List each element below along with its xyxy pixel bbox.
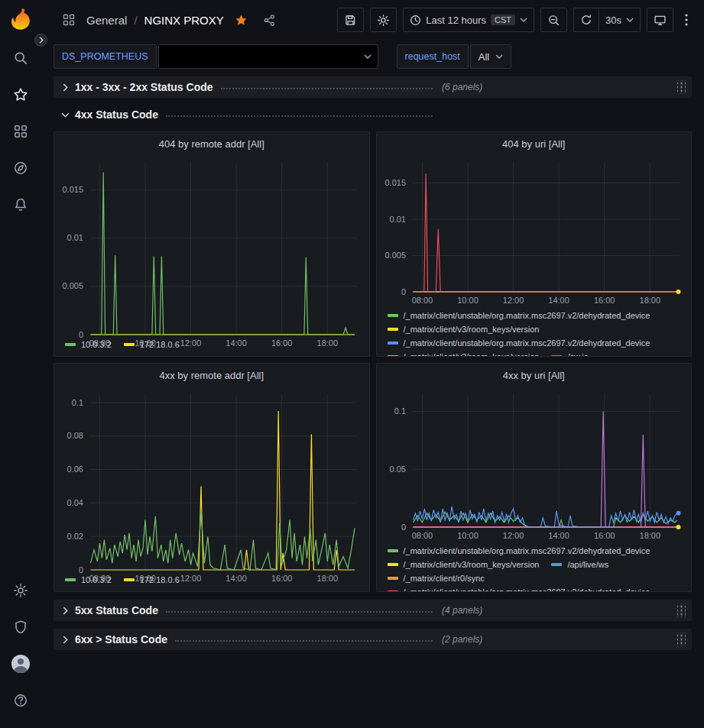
chevron-right-icon [39, 37, 44, 44]
row-drag-handle[interactable] [677, 603, 686, 617]
legend-label: /_matrix/client/unstable/org.matrix.msc2… [404, 544, 650, 558]
svg-text:14:00: 14:00 [548, 296, 569, 305]
row-panel-count: (4 panels) [442, 605, 482, 616]
more-options-button[interactable] [680, 8, 693, 32]
variable-value-ds-prometheus[interactable] [158, 44, 378, 69]
sidebar-item-profile[interactable] [5, 645, 36, 682]
chart-legend: 10.0.3.2172.18.0.6 [54, 571, 369, 591]
legend-item[interactable]: 172.18.0.6 [124, 338, 180, 351]
legend-item[interactable]: /api/live/ws [551, 558, 608, 571]
svg-text:0.01: 0.01 [389, 215, 405, 224]
dashboard-title[interactable]: NGINX PROXY [144, 14, 224, 27]
star-filled-icon [235, 14, 248, 27]
legend-label: /_matrix/client/unstable/org.matrix.msc2… [404, 336, 650, 350]
legend-swatch [388, 590, 398, 591]
legend-item[interactable]: 10.0.3.2 [65, 573, 112, 587]
sidebar-item-search[interactable] [5, 40, 36, 76]
legend-item[interactable]: /_matrix/client/unstable/org.matrix.msc2… [388, 585, 650, 591]
legend-item[interactable]: /_matrix/client/r0/sync [388, 571, 485, 585]
sidebar-item-explore[interactable] [5, 150, 36, 186]
timeseries-chart[interactable]: 00.0050.010.01508:0010:0012:0014:0016:00… [54, 155, 369, 336]
legend-item[interactable]: /_matrix/client/unstable/org.matrix.msc2… [388, 336, 650, 350]
svg-text:18:00: 18:00 [639, 296, 660, 305]
gear-icon [13, 583, 28, 598]
row-title: 5xx Status Code [75, 604, 158, 616]
legend-swatch [65, 578, 76, 581]
time-range-picker[interactable]: Last 12 hours CST [403, 8, 534, 32]
row-drag-handle[interactable] [677, 80, 686, 94]
dashboard-settings-button[interactable] [370, 8, 397, 32]
panel-4xx-by-remote-addr: 4xx by remote addr [All] 00.020.040.060.… [54, 363, 370, 592]
chevron-down-icon [60, 112, 70, 118]
panel-title-text: 4xx by uri [All] [503, 370, 565, 381]
svg-text:0.1: 0.1 [72, 398, 83, 407]
svg-text:08:00: 08:00 [411, 296, 433, 305]
legend-item[interactable]: 10.0.3.2 [65, 338, 112, 351]
legend-label: 172.18.0.6 [140, 338, 180, 351]
refresh-button[interactable] [573, 8, 599, 32]
dashboard-row-1xx-3xx-2xx[interactable]: 1xx - 3xx - 2xx Status Code (6 panels) [54, 76, 692, 98]
panel-header[interactable]: 404 by remote addr [All] [54, 132, 369, 155]
timeseries-chart[interactable]: 00.050.108:0010:0012:0014:0016:0018:00 [377, 387, 692, 542]
panel-header[interactable]: 404 by uri [All] [377, 132, 692, 155]
chevron-right-icon [60, 636, 70, 644]
refresh-icon [580, 14, 592, 26]
svg-text:0.02: 0.02 [67, 532, 83, 541]
chevron-right-icon [60, 83, 70, 92]
panel-row-bottom: 4xx by remote addr [All] 00.020.040.060.… [54, 363, 692, 592]
grafana-logo[interactable] [9, 8, 32, 31]
variable-label-request-host[interactable]: request_host [397, 44, 469, 69]
row-title: 4xx Status Code [75, 108, 158, 121]
svg-text:18:00: 18:00 [639, 531, 660, 540]
kebab-icon [685, 14, 688, 26]
svg-text:14:00: 14:00 [548, 531, 569, 540]
legend-item[interactable]: /_matrix/client/unstable/org.matrix.msc2… [388, 309, 650, 322]
legend-label: /_matrix/client/v3/room_keys/version [404, 322, 540, 336]
dashboard-row-4xx[interactable]: 4xx Status Code [54, 104, 692, 125]
legend-item[interactable]: /_matrix/client/v3/room_keys/version [388, 322, 540, 336]
zoom-out-time-button[interactable] [540, 8, 567, 32]
legend-swatch [388, 549, 398, 552]
timeseries-chart[interactable]: 00.020.040.060.080.108:0010:0012:0014:00… [54, 387, 369, 571]
panel-title-text: 4xx by remote addr [All] [159, 370, 264, 381]
svg-text:0.06: 0.06 [67, 464, 83, 474]
time-range-label: Last 12 hours [426, 15, 486, 26]
legend-item[interactable]: /_matrix/client/unstable/org.matrix.msc2… [388, 544, 650, 558]
cycle-view-mode-button[interactable] [647, 8, 673, 32]
sidebar-item-help[interactable] [5, 682, 36, 719]
variable-label-ds-prometheus[interactable]: DS_PROMETHEUS [54, 44, 157, 69]
legend-label: /_matrix/client/unstable/org.matrix.msc2… [404, 585, 650, 591]
panel-header[interactable]: 4xx by uri [All] [377, 364, 692, 387]
svg-text:16:00: 16:00 [593, 296, 615, 305]
dashboard-row-6xx[interactable]: 6xx > Status Code (2 panels) [54, 629, 692, 650]
legend-swatch [388, 577, 398, 580]
refresh-interval-dropdown[interactable]: 30s [599, 8, 641, 32]
search-icon [13, 50, 28, 66]
save-dashboard-button[interactable] [337, 8, 364, 32]
legend-label: /api/live/ws [567, 558, 608, 571]
dashboard-row-5xx[interactable]: 5xx Status Code (4 panels) [54, 600, 692, 621]
breadcrumb-folder[interactable]: General [86, 14, 127, 27]
sidebar-item-configuration[interactable] [5, 572, 36, 609]
timeseries-chart[interactable]: 00.0050.010.01508:0010:0012:0014:0016:00… [377, 155, 692, 307]
svg-text:0.015: 0.015 [62, 185, 83, 194]
sidebar-item-alerting[interactable] [5, 186, 36, 223]
breadcrumb-separator: / [134, 14, 137, 27]
legend-item[interactable]: /_matrix/client/v3/room_keys/version [388, 350, 540, 356]
sidebar [0, 0, 41, 728]
variable-value-request-host[interactable]: All [470, 44, 511, 69]
row-drag-handle[interactable] [677, 633, 686, 646]
legend-item[interactable]: 172.18.0.6 [124, 573, 180, 587]
sidebar-expand-button[interactable] [34, 34, 47, 47]
row-title: 1xx - 3xx - 2xx Status Code [75, 81, 213, 93]
sidebar-item-starred[interactable] [5, 76, 36, 113]
favorite-star-button[interactable] [231, 9, 252, 31]
legend-item[interactable]: /_matrix/client/v3/room_keys/version [388, 558, 540, 571]
legend-item[interactable]: /sw.js [551, 350, 588, 356]
sidebar-item-server-admin[interactable] [5, 609, 36, 645]
svg-text:0.015: 0.015 [384, 178, 406, 187]
share-button[interactable] [259, 9, 281, 31]
panel-header[interactable]: 4xx by remote addr [All] [54, 364, 369, 387]
svg-text:0.08: 0.08 [67, 431, 83, 440]
sidebar-item-dashboards[interactable] [5, 113, 36, 150]
